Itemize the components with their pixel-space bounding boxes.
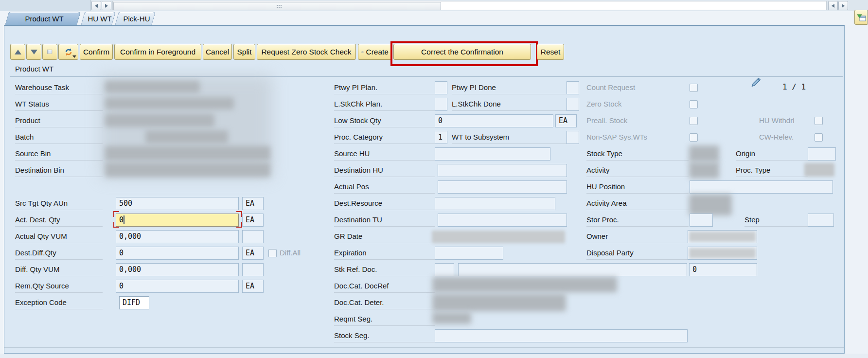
cw-relev-checkbox[interactable] — [815, 133, 823, 142]
expand-header-button[interactable] — [854, 10, 868, 25]
hu-withdrl-checkbox[interactable] — [815, 117, 823, 125]
act-dest-qty-field[interactable]: 0 — [116, 214, 239, 227]
actual-qty-vum-field[interactable]: 0,000 — [116, 230, 239, 243]
blurred-owner-value — [689, 232, 756, 242]
disposal-party-field[interactable] — [688, 247, 757, 260]
label-doc-cat-docref: Doc.Cat. DocRef — [334, 280, 435, 293]
stk-ref-doc-count-field[interactable]: 0 — [689, 263, 757, 276]
create-button-label: Create — [366, 48, 389, 56]
scroll-left-button-2[interactable] — [828, 1, 838, 10]
correct-the-confirmation-button[interactable]: Correct the Confirmation — [393, 44, 531, 60]
dest-resource-field[interactable] — [435, 197, 555, 210]
label-rem-qty-source: Rem.Qty Source — [15, 280, 103, 293]
move-down-button[interactable] — [26, 44, 41, 60]
group-bottom-divider — [4, 347, 844, 348]
bottom-filler — [0, 354, 868, 358]
tab-product-wt[interactable]: Product WT — [7, 12, 79, 26]
expand-header-icon — [856, 13, 866, 22]
scroll-left-button[interactable] — [91, 1, 101, 10]
blurred-gr-date-value — [432, 231, 565, 243]
low-stock-qty-unit-field[interactable]: EA — [555, 114, 577, 127]
stk-ref-doc-field[interactable] — [458, 263, 687, 276]
stock-seg-field[interactable] — [435, 329, 688, 342]
label-gr-date: GR Date — [334, 230, 435, 243]
dest-diff-qty-unit-field[interactable]: EA — [242, 247, 264, 260]
hu-position-field[interactable] — [690, 180, 833, 194]
text-cursor — [124, 215, 124, 224]
label-destination-bin: Destination Bin — [15, 164, 103, 177]
actual-qty-vum-unit-field[interactable] — [242, 230, 264, 243]
blurred-warehouse-task-value — [105, 81, 200, 93]
wt-to-subsystem-field[interactable] — [567, 131, 579, 144]
pencil-icon[interactable] — [750, 76, 762, 88]
create-button[interactable]: Create — [358, 44, 392, 60]
scroll-right-button-2[interactable] — [838, 1, 848, 10]
ptwy-pi-plan-field[interactable] — [435, 81, 447, 94]
horizontal-scrollbar-track[interactable] — [112, 1, 827, 10]
src-tgt-qty-field[interactable]: 500 — [116, 197, 239, 210]
ptwy-pi-done-field[interactable] — [567, 81, 579, 94]
confirm-in-foreground-button[interactable]: Confirm in Foreground — [114, 44, 201, 60]
proc-category-field[interactable]: 1 — [435, 131, 447, 144]
tab-hu-wt[interactable]: HU WT — [83, 12, 114, 26]
source-hu-field[interactable] — [435, 147, 550, 161]
owner-field[interactable] — [688, 230, 757, 243]
label-source-hu: Source HU — [334, 147, 435, 161]
move-down-icon — [31, 50, 37, 54]
l-stkchk-plan-field[interactable] — [435, 98, 447, 111]
label-l-stkchk-done: L.StkChk Done — [452, 98, 567, 111]
flask-icon — [361, 48, 364, 55]
refresh-menu-button[interactable] — [58, 44, 78, 60]
label-zero-stock: Zero Stock — [586, 98, 689, 111]
cancel-button[interactable]: Cancel — [203, 44, 232, 60]
label-batch: Batch — [15, 131, 103, 144]
count-request-checkbox[interactable] — [690, 84, 698, 92]
non-sap-sys-wts-checkbox[interactable] — [690, 133, 698, 142]
split-button[interactable]: Split — [233, 44, 255, 60]
act-dest-qty-unit-field[interactable]: EA — [242, 214, 264, 227]
tab-bar: Product WT HU WT Pick-HU — [0, 11, 868, 26]
blurred-wt-status-value — [105, 97, 234, 109]
label-diff-qty-vum: Diff. Qty VUM — [15, 263, 103, 276]
table-view-button[interactable] — [42, 44, 57, 60]
diff-all-checkbox[interactable] — [268, 249, 277, 257]
destination-tu-field[interactable] — [438, 214, 567, 227]
label-cw-relev: CW-Relev. — [759, 131, 813, 144]
tab-pick-hu[interactable]: Pick-HU — [117, 12, 154, 26]
origin-field[interactable] — [808, 147, 836, 161]
scroll-right-icon — [105, 4, 108, 8]
blurred-proc-type-value — [804, 163, 834, 177]
confirm-button[interactable]: Confirm — [80, 44, 113, 60]
zero-stock-checkbox[interactable] — [690, 100, 698, 108]
stk-ref-doc-type-field[interactable] — [435, 263, 454, 276]
horizontal-scrollbar-thumb[interactable] — [113, 2, 441, 10]
sap-ewm-confirm-wt-screen: Product WT HU WT Pick-HU — [0, 0, 868, 358]
rem-qty-source-unit-field[interactable]: EA — [242, 280, 264, 293]
dest-diff-qty-field[interactable]: 0 — [116, 247, 239, 260]
diff-qty-vum-unit-field[interactable] — [242, 263, 264, 276]
label-owner: Owner — [586, 230, 689, 243]
scroll-right-button[interactable] — [102, 1, 111, 10]
expiration-field[interactable] — [435, 247, 503, 260]
label-reqmt-seg: Reqmt Seg. — [334, 313, 435, 326]
label-wt-to-subsystem: WT to Subsystem — [452, 131, 567, 144]
low-stock-qty-field[interactable]: 0 — [435, 114, 553, 127]
destination-hu-field[interactable] — [438, 164, 567, 177]
label-proc-type: Proc. Type — [736, 164, 808, 177]
label-activity: Activity — [586, 164, 689, 177]
request-zero-stock-check-button[interactable]: Request Zero Stock Check — [257, 44, 356, 60]
blurred-source-bin-value — [105, 146, 270, 161]
blurred-stock-type-value — [689, 145, 719, 162]
src-tgt-qty-unit-field[interactable]: EA — [242, 197, 264, 210]
rem-qty-source-field[interactable]: 0 — [116, 280, 239, 293]
actual-pos-field[interactable] — [438, 180, 567, 194]
diff-qty-vum-field[interactable]: 0,000 — [116, 263, 239, 276]
stor-proc-field[interactable] — [690, 214, 713, 227]
l-stkchk-done-field[interactable] — [567, 98, 579, 111]
step-field[interactable] — [808, 214, 834, 227]
preall-stock-checkbox[interactable] — [690, 117, 698, 125]
label-doc-cat-deter: Doc.Cat. Deter. — [334, 296, 435, 309]
move-up-button[interactable] — [10, 44, 25, 60]
exception-code-field[interactable]: DIFD — [119, 296, 149, 309]
reset-button[interactable]: Reset — [537, 44, 564, 60]
